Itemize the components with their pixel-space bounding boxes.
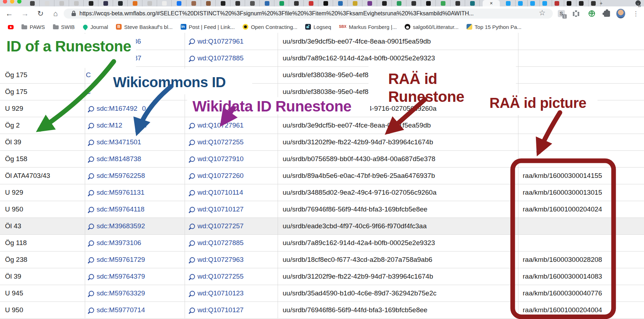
bookmark-item[interactable]: SBXMarkus Forsberg |...	[339, 24, 397, 30]
browser-tab[interactable]	[586, 0, 601, 6]
table-row: U 945sdc:M59763329wd:Q10710123uu/srdb/35…	[0, 285, 644, 302]
browser-tab[interactable]	[465, 0, 480, 6]
result-link[interactable]: sdc:M167492	[97, 105, 137, 113]
result-link[interactable]: wd:Q10710127	[197, 306, 244, 314]
bookmarks-overflow-chevron[interactable]: »	[638, 2, 641, 9]
browser-menu-icon[interactable]: ⋮	[631, 9, 640, 18]
browser-tab[interactable]	[289, 0, 304, 6]
browser-tab[interactable]	[113, 0, 128, 6]
bookmark-item[interactable]: Open Contracting...	[243, 24, 297, 30]
browser-tab[interactable]	[54, 0, 69, 6]
result-link[interactable]: wd:Q10727961	[197, 38, 244, 45]
browser-tab[interactable]	[348, 0, 362, 6]
active-tab[interactable]: ✕	[483, 0, 500, 6]
browser-tab[interactable]	[362, 0, 377, 6]
extension-globe-icon[interactable]	[587, 9, 596, 18]
tab-close-icon[interactable]: ✕	[489, 1, 493, 6]
bookmark-item[interactable]: salgo60/Litteratur...	[405, 24, 459, 30]
browser-tab[interactable]	[450, 0, 465, 6]
extension-dots-icon[interactable]	[571, 9, 581, 18]
result-link[interactable]: sdc:M59762258	[97, 172, 145, 180]
browser-tab[interactable]	[406, 0, 421, 6]
result-link[interactable]: wd:Q10727255	[197, 273, 244, 280]
browser-tab[interactable]	[230, 0, 245, 6]
result-link[interactable]: sdc:M12	[97, 121, 122, 129]
result-link[interactable]: sdc:M59764118	[97, 205, 145, 213]
browser-tab[interactable]	[436, 0, 450, 6]
browser-tab[interactable]	[392, 0, 406, 6]
home-button[interactable]: ⌂	[50, 8, 61, 19]
browser-tab[interactable]	[69, 0, 84, 6]
result-link[interactable]: sdc:M3973106	[97, 239, 141, 247]
browser-tab[interactable]	[377, 0, 392, 6]
bookmark-item[interactable]: Journal	[83, 24, 108, 30]
result-link[interactable]: wd:Q10727885	[197, 239, 244, 247]
result-link[interactable]: wd:Q10710127	[197, 205, 244, 213]
browser-tab[interactable]	[186, 0, 201, 6]
result-link[interactable]: sdc:M3471501	[97, 138, 141, 146]
profile-avatar[interactable]	[616, 9, 625, 18]
bookmark-item[interactable]: PAWS	[21, 24, 45, 30]
result-link[interactable]: wd:Q10727961	[197, 121, 244, 129]
browser-tab[interactable]	[421, 0, 436, 6]
browser-tab[interactable]	[172, 0, 186, 6]
result-link[interactable]: 0	[142, 105, 146, 113]
bookmark-star-icon[interactable]: ☆	[539, 9, 546, 17]
minimize-window-button[interactable]	[10, 0, 14, 4]
result-link[interactable]: wd:Q10727255	[197, 138, 244, 146]
browser-tab[interactable]	[84, 0, 98, 6]
result-link[interactable]: sdc:M39683592	[97, 222, 145, 230]
result-link[interactable]: sdc:M59761729	[97, 256, 145, 264]
bookmark-item[interactable]: Steve Baskauf's bl...	[116, 24, 172, 30]
result-link[interactable]: wd:Q10727963	[197, 256, 244, 264]
extension-s-icon[interactable]: S1	[557, 9, 566, 18]
magnifier-icon	[89, 173, 94, 179]
table-row: Öl ATA4703/43sdc:M59762258wd:Q10727260uu…	[0, 168, 644, 184]
signum-cell: Ög 158	[0, 151, 85, 167]
result-link[interactable]: C	[86, 88, 91, 96]
browser-tab[interactable]	[25, 0, 40, 6]
reload-button[interactable]: ↻	[35, 8, 46, 19]
bookmark-item[interactable]: SWIB	[53, 24, 75, 30]
result-link[interactable]: wd:Q10727260	[197, 172, 244, 180]
result-link[interactable]: C	[86, 71, 91, 79]
browser-tab[interactable]	[142, 0, 157, 6]
new-tab-button[interactable]: +	[600, 0, 602, 6]
close-window-button[interactable]	[3, 0, 7, 4]
back-button[interactable]: ←	[4, 8, 15, 19]
result-link[interactable]: sdc:M59764379	[97, 273, 145, 280]
result-link[interactable]: 177	[137, 121, 148, 129]
result-link[interactable]: sdc:M59761131	[97, 189, 145, 196]
forward-button[interactable]: →	[19, 8, 31, 19]
runa-uuid-value: uu/srdb/89a4b5e6-e0ac-47bf-b9e6-25aa6476…	[283, 172, 435, 180]
result-link[interactable]: wd:Q10727257	[197, 222, 244, 230]
result-link[interactable]: sdc:M59770714	[97, 306, 145, 314]
browser-tab[interactable]	[128, 0, 142, 6]
bookmark-item[interactable]: Logseq	[305, 24, 331, 30]
url-text[interactable]: https://wcqs-beta.wmflabs.org/#SELECT%20…	[79, 10, 527, 17]
result-link[interactable]: wd:Q10727910	[197, 155, 244, 163]
browser-tab[interactable]	[274, 0, 289, 6]
bookmark-item[interactable]	[8, 24, 14, 29]
browser-tab[interactable]	[40, 0, 54, 6]
bookmark-item[interactable]: Top 15 Python Pa...	[467, 24, 522, 30]
browser-tab[interactable]	[216, 0, 230, 6]
result-link[interactable]: sdc:M59763329	[97, 289, 145, 297]
browser-tab[interactable]	[333, 0, 348, 6]
address-bar[interactable]: https://wcqs-beta.wmflabs.org/#SELECT%20…	[64, 9, 553, 19]
zoom-window-button[interactable]	[17, 0, 21, 4]
browser-tab[interactable]	[260, 0, 274, 6]
result-link[interactable]: sdc:M8148738	[97, 155, 141, 163]
browser-tab[interactable]	[304, 0, 318, 6]
result-link[interactable]: wd:Q10710114	[197, 189, 243, 196]
extensions-puzzle-icon[interactable]	[602, 9, 611, 18]
browser-tab[interactable]	[157, 0, 172, 6]
browser-tab[interactable]	[245, 0, 260, 6]
result-link[interactable]: wd:Q10710123	[197, 289, 244, 297]
magnifier-icon	[190, 308, 195, 313]
browser-tab[interactable]	[318, 0, 333, 6]
bookmark-item[interactable]: Post | Feed | Link...	[181, 24, 235, 30]
browser-tab[interactable]	[201, 0, 216, 6]
browser-tab[interactable]	[98, 0, 113, 6]
result-link[interactable]: wd:Q10727885	[197, 54, 244, 62]
